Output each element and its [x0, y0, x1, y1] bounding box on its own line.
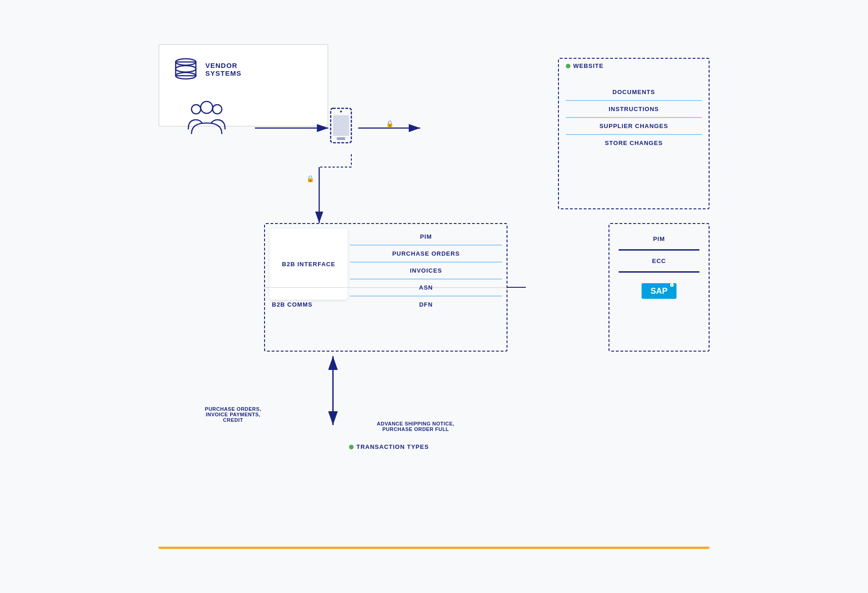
website-items: DOCUMENTS INSTRUCTIONS SUPPLIER CHANGES … [566, 84, 702, 151]
po-text: PURCHASE ORDERS,INVOICE PAYMENTS,CREDIT [202, 406, 264, 423]
svg-rect-19 [337, 137, 345, 140]
svg-text:🔒: 🔒 [306, 175, 315, 183]
transaction-types-label: TRANSACTION TYPES [349, 443, 429, 450]
website-item-list: DOCUMENTS INSTRUCTIONS SUPPLIER CHANGES … [566, 84, 702, 151]
svg-text:🔒: 🔒 [386, 120, 394, 128]
database-icon [173, 56, 198, 82]
sap-logo: SAP ® [614, 280, 704, 304]
sap-divider2 [619, 271, 699, 273]
transaction-types-text: TRANSACTION TYPES [356, 443, 429, 450]
list-item: ASN [350, 280, 502, 296]
b2b-items: PIM PURCHASE ORDERS INVOICES ASN DFN [350, 229, 502, 313]
website-label: WEBSITE [566, 62, 603, 69]
vendor-box: VENDOR SYSTEMS [158, 44, 328, 127]
vendor-title-text: VENDOR [205, 62, 242, 69]
sap-ecc-label: ECC [614, 251, 704, 271]
asn-label: ADVANCE SHIPPING NOTICE,PURCHASE ORDER F… [377, 421, 455, 432]
list-item: INVOICES [350, 263, 502, 280]
list-item: PURCHASE ORDERS [350, 246, 502, 263]
green-dot-website [566, 64, 570, 68]
svg-point-15 [201, 101, 213, 113]
website-title: WEBSITE [573, 62, 603, 69]
yellow-bar [158, 547, 710, 549]
b2b-box: B2B INTERFACE B2B COMMS PIM PURCHASE ORD… [264, 223, 507, 352]
svg-point-14 [213, 105, 222, 114]
svg-point-13 [192, 105, 201, 114]
list-item: DFN [350, 296, 502, 313]
green-dot-transaction [349, 445, 354, 449]
b2b-interface-label: B2B INTERFACE [282, 261, 335, 268]
device-icon [328, 106, 354, 149]
svg-rect-17 [333, 115, 349, 136]
b2b-item-list: PIM PURCHASE ORDERS INVOICES ASN DFN [350, 229, 502, 313]
vendor-text: VENDOR SYSTEMS [205, 62, 242, 77]
sap-content: PIM ECC SAP ® [609, 224, 709, 309]
vendor-subtitle-text: SYSTEMS [205, 69, 242, 77]
sap-pim-label: PIM [614, 229, 704, 249]
list-item: STORE CHANGES [566, 135, 702, 151]
svg-text:®: ® [671, 284, 673, 287]
list-item: PIM [350, 229, 502, 246]
website-box: WEBSITE DOCUMENTS INSTRUCTIONS SUPPLIER … [558, 58, 710, 209]
vendor-title: VENDOR SYSTEMS [159, 45, 327, 93]
b2b-interface-card: B2B INTERFACE [270, 229, 348, 300]
list-item: INSTRUCTIONS [566, 101, 702, 118]
svg-text:SAP: SAP [650, 286, 667, 296]
person-icon [186, 99, 232, 138]
po-label: PURCHASE ORDERS,INVOICE PAYMENTS,CREDIT [202, 406, 264, 423]
list-item: DOCUMENTS [566, 84, 702, 101]
b2b-comms-label: B2B COMMS [272, 300, 343, 308]
asn-text: ADVANCE SHIPPING NOTICE,PURCHASE ORDER F… [377, 421, 455, 432]
list-item: SUPPLIER CHANGES [566, 118, 702, 135]
svg-point-27 [176, 66, 196, 72]
sap-box: PIM ECC SAP ® [609, 223, 710, 352]
svg-point-18 [340, 111, 342, 112]
